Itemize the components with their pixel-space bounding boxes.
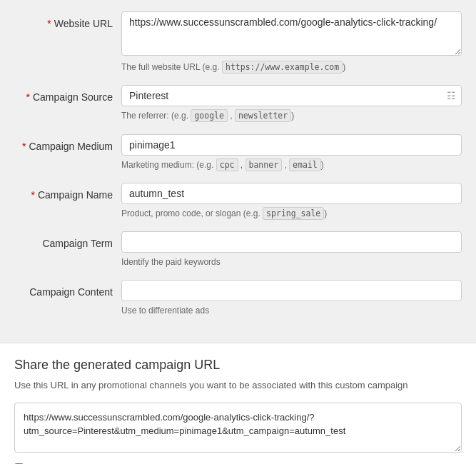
medium-help-code1: cpc bbox=[216, 158, 238, 171]
campaign-name-row: *Campaign Name Product, promo code, or s… bbox=[14, 183, 462, 228]
share-description: Use this URL in any promotional channels… bbox=[14, 378, 462, 393]
campaign-medium-input[interactable] bbox=[121, 134, 462, 156]
campaign-source-help: The referrer: (e.g. google , newsletter) bbox=[121, 109, 462, 122]
source-input-wrapper: ☷ bbox=[121, 85, 462, 106]
campaign-term-label: Campaign Term bbox=[14, 231, 121, 251]
campaign-content-label: Campaign Content bbox=[14, 280, 121, 300]
source-help-code2: newsletter bbox=[235, 109, 291, 122]
medium-help-code3: email bbox=[289, 158, 321, 171]
campaign-content-row: Campaign Content Use to differentiate ad… bbox=[14, 280, 462, 326]
fragment-checkbox-row: Set the campaign parameters in the fragm… bbox=[14, 462, 462, 465]
campaign-medium-input-col: Marketing medium: (e.g. cpc , banner , e… bbox=[121, 134, 462, 180]
campaign-source-row: *Campaign Source ☷ The referrer: (e.g. g… bbox=[14, 85, 462, 131]
website-url-row: *Website URL The full website URL (e.g. … bbox=[14, 11, 462, 82]
required-star: * bbox=[47, 18, 51, 29]
campaign-term-input-col: Identify the paid keywords bbox=[121, 231, 462, 277]
campaign-term-row: Campaign Term Identify the paid keywords bbox=[14, 231, 462, 277]
campaign-medium-row: *Campaign Medium Marketing medium: (e.g.… bbox=[14, 134, 462, 180]
share-title: Share the generated campaign URL bbox=[14, 358, 462, 373]
campaign-content-input[interactable] bbox=[121, 280, 462, 301]
name-help-code: spring_sale bbox=[263, 207, 324, 220]
campaign-source-label: *Campaign Source bbox=[14, 85, 121, 105]
campaign-medium-help: Marketing medium: (e.g. cpc , banner , e… bbox=[121, 158, 462, 171]
campaign-name-input-col: Product, promo code, or slogan (e.g. spr… bbox=[121, 183, 462, 228]
campaign-source-input-col: ☷ The referrer: (e.g. google , newslette… bbox=[121, 85, 462, 131]
campaign-term-input[interactable] bbox=[121, 231, 462, 253]
campaign-content-input-col: Use to differentiate ads bbox=[121, 280, 462, 326]
website-url-help: The full website URL (e.g. https://www.e… bbox=[121, 61, 462, 74]
required-star-medium: * bbox=[22, 141, 26, 152]
campaign-name-input[interactable] bbox=[121, 183, 462, 204]
campaign-term-help: Identify the paid keywords bbox=[121, 256, 462, 268]
share-section: Share the generated campaign URL Use thi… bbox=[0, 343, 476, 464]
website-url-label: *Website URL bbox=[14, 11, 121, 31]
campaign-name-label: *Campaign Name bbox=[14, 183, 121, 203]
generated-url-textarea[interactable] bbox=[14, 403, 462, 453]
website-url-input-col: The full website URL (e.g. https://www.e… bbox=[121, 11, 462, 82]
campaign-content-help: Use to differentiate ads bbox=[121, 304, 462, 317]
medium-help-code2: banner bbox=[245, 158, 283, 171]
source-help-code1: google bbox=[191, 109, 228, 122]
website-url-input[interactable] bbox=[121, 11, 462, 56]
required-star-source: * bbox=[26, 91, 29, 103]
campaign-medium-label: *Campaign Medium bbox=[14, 134, 121, 154]
campaign-name-help: Product, promo code, or slogan (e.g. spr… bbox=[121, 207, 462, 220]
fragment-label: Set the campaign parameters in the fragm… bbox=[29, 462, 379, 465]
required-star-name: * bbox=[31, 189, 34, 201]
website-url-example-code: https://www.example.com bbox=[222, 61, 343, 74]
campaign-source-input[interactable] bbox=[121, 85, 462, 106]
form-section: *Website URL The full website URL (e.g. … bbox=[0, 0, 476, 343]
